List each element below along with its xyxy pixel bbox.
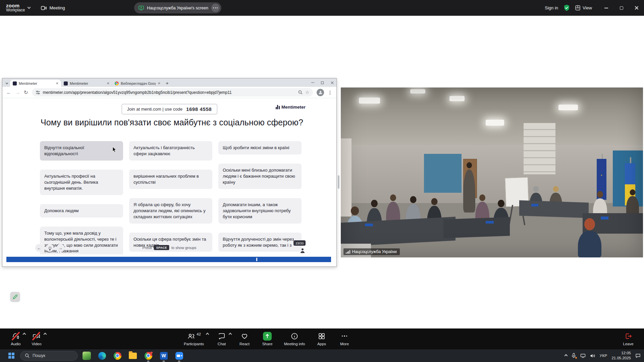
participants-count-badge: 42 xyxy=(197,332,201,336)
blue-progress-bar xyxy=(6,257,331,262)
forward-button[interactable]: → xyxy=(15,90,20,95)
bulb-button[interactable] xyxy=(46,244,54,252)
video-feed[interactable]: Нацсоцслужба України xyxy=(341,87,643,257)
chrome-close-button[interactable] xyxy=(330,81,334,84)
tray-network-button[interactable] xyxy=(580,354,586,358)
back-button[interactable]: ← xyxy=(6,90,11,95)
panel-resize-handle[interactable] xyxy=(338,175,339,189)
hint-post: to show groups xyxy=(171,246,197,250)
security-shield-icon[interactable] xyxy=(564,4,570,11)
chat-button[interactable]: Chat xyxy=(211,328,232,349)
chrome-button[interactable] xyxy=(111,349,124,362)
workplace-label: Workplace xyxy=(6,8,25,13)
respondents-button[interactable] xyxy=(300,248,305,253)
notification-icon xyxy=(635,353,641,358)
tray-volume-button[interactable] xyxy=(590,354,595,358)
video-button[interactable]: Video xyxy=(26,328,47,349)
minimize-button[interactable] xyxy=(599,0,614,16)
workspace-dropdown-chevron[interactable] xyxy=(28,6,31,9)
tab-close-icon[interactable]: × xyxy=(56,81,58,85)
shared-screen-title: Нацсоцслужба України's screen xyxy=(147,6,208,10)
response-card: Оскільки мені близько допомагати людям і… xyxy=(218,164,302,189)
meeting-stage: Mentimeter × Mentimeter × Вебпереглядач … xyxy=(0,16,644,328)
sign-in-button[interactable]: Sign in xyxy=(545,5,558,10)
react-button[interactable]: React xyxy=(234,328,255,349)
next-slide-button[interactable]: → xyxy=(57,244,64,252)
running-indicator xyxy=(147,361,150,362)
video-options-chevron[interactable] xyxy=(44,333,47,336)
notification-center-button[interactable] xyxy=(635,353,641,358)
audio-label: Audio xyxy=(11,342,20,346)
share-options-button[interactable] xyxy=(211,4,220,12)
slide-counter: 23/33 xyxy=(293,240,306,246)
meeting-info-button[interactable]: Meeting info xyxy=(280,328,309,349)
zoom-app-button[interactable] xyxy=(172,349,186,362)
audio-button[interactable]: Audio xyxy=(5,328,26,349)
reload-button[interactable]: ↻ xyxy=(24,90,28,95)
chrome-button-2[interactable] xyxy=(142,349,155,362)
react-label: React xyxy=(239,342,250,346)
meeting-tab[interactable]: Meeting xyxy=(36,0,69,16)
omnibox[interactable]: mentimeter.com/app/presentation/algov51y… xyxy=(32,88,313,97)
leave-button[interactable]: Leave xyxy=(618,328,639,349)
bookmark-star-icon[interactable]: ☆ xyxy=(305,90,309,95)
tray-expand-button[interactable] xyxy=(565,355,567,357)
windows-taskbar: Пошук W УКР 12:05 21.05.2025 xyxy=(0,349,644,362)
lens-icon[interactable] xyxy=(298,90,303,95)
apps-button[interactable]: Apps xyxy=(311,328,332,349)
more-button[interactable]: More xyxy=(334,328,355,349)
edge-button[interactable] xyxy=(95,349,109,362)
tray-mic-button[interactable] xyxy=(572,353,576,358)
participants-label: Participants xyxy=(184,342,204,346)
annotation-tool-button[interactable] xyxy=(10,292,20,301)
participants-options-chevron[interactable] xyxy=(206,333,209,336)
space-hint: Press SPACE to show groups xyxy=(142,245,196,250)
profile-avatar[interactable] xyxy=(317,89,324,96)
weather-widget-button[interactable] xyxy=(80,349,93,362)
tab-close-icon[interactable]: × xyxy=(158,81,160,85)
close-button[interactable] xyxy=(629,0,644,16)
ceiling-light xyxy=(486,120,504,126)
windows-logo-icon xyxy=(8,353,14,359)
word-button[interactable]: W xyxy=(157,349,170,362)
zoom-titlebar: zoom Workplace Meeting Нацсоцслужба Укра… xyxy=(0,0,644,16)
chrome-favicon xyxy=(115,81,119,85)
taskbar-search[interactable]: Пошук xyxy=(20,351,78,361)
search-icon xyxy=(25,353,30,358)
tab-title: Mentimeter xyxy=(70,81,105,85)
tab-search-chevron[interactable] xyxy=(6,82,8,84)
language-indicator[interactable]: УКР xyxy=(600,354,607,358)
browser-tab-2[interactable]: Mentimeter × xyxy=(61,80,112,87)
maximize-button[interactable] xyxy=(614,0,629,16)
chat-options-chevron[interactable] xyxy=(229,333,232,336)
ceiling-light xyxy=(558,105,578,111)
share-button[interactable]: Share xyxy=(257,328,278,349)
running-indicator xyxy=(163,361,165,362)
audio-options-chevron[interactable] xyxy=(23,333,26,336)
responses-grid: Відчуття соціальної відповідальності Акт… xyxy=(40,141,302,254)
site-info-icon[interactable] xyxy=(36,90,40,95)
response-card: Відчуття соціальної відповідальності xyxy=(40,141,123,161)
chrome-maximize-button[interactable] xyxy=(321,81,324,84)
clock[interactable]: 12:05 21.05.2025 xyxy=(611,351,631,361)
ceiling-light xyxy=(410,89,425,94)
tab-title: Mentimeter xyxy=(19,81,54,85)
tab-close-icon[interactable]: × xyxy=(107,81,109,85)
chrome-minimize-button[interactable] xyxy=(311,82,314,83)
meeting-info-label: Meeting info xyxy=(284,342,305,346)
response-card: Щоб зробити якісні зміни в країні xyxy=(218,141,302,155)
chat-icon xyxy=(218,332,226,340)
browser-tab-3[interactable]: Вебпереглядач Google Chrom × xyxy=(112,80,163,87)
participants-button[interactable]: 42 Participants xyxy=(178,328,209,349)
share-screen-icon xyxy=(263,332,272,341)
chat-label: Chat xyxy=(218,342,226,346)
view-button[interactable]: View xyxy=(575,5,592,10)
browser-tab-1[interactable]: Mentimeter × xyxy=(10,80,61,87)
browser-menu-icon[interactable]: ⋮ xyxy=(328,90,332,95)
wall-column xyxy=(341,138,352,217)
start-button[interactable] xyxy=(5,349,18,362)
file-explorer-button[interactable] xyxy=(126,349,140,362)
prev-slide-button[interactable]: ← xyxy=(35,244,43,252)
shared-screen-pill[interactable]: Нацсоцслужба України's screen xyxy=(134,2,221,13)
new-tab-button[interactable]: + xyxy=(166,80,169,86)
